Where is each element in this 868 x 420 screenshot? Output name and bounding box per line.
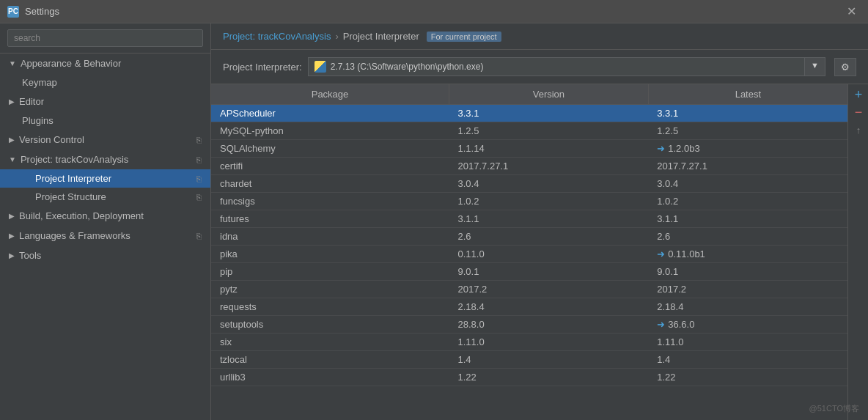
sidebar-item-tools[interactable]: Tools bbox=[0, 246, 210, 265]
close-button[interactable]: ✕ bbox=[842, 3, 861, 20]
package-version: 2017.2 bbox=[449, 281, 649, 298]
sidebar-item-label: Plugins bbox=[22, 115, 54, 126]
sidebar-item-project-interpreter[interactable]: Project Interpreter ⎘ bbox=[0, 169, 210, 188]
add-package-button[interactable]: + bbox=[851, 87, 866, 102]
package-latest: ➜1.2.0b3 bbox=[648, 140, 847, 158]
table-row[interactable]: pika0.11.0➜0.11.0b1 bbox=[211, 246, 847, 263]
arrow-right-icon bbox=[9, 97, 15, 106]
sidebar-item-appearance[interactable]: Appearance & Behavior bbox=[0, 54, 210, 73]
table-row[interactable]: funcsigs1.0.21.0.2 bbox=[211, 193, 847, 210]
sidebar-item-label: Project Interpreter bbox=[35, 173, 111, 184]
package-version: 3.3.1 bbox=[449, 105, 649, 122]
arrow-down-icon bbox=[9, 59, 16, 67]
remove-package-button[interactable]: − bbox=[851, 105, 866, 119]
package-name: chardet bbox=[211, 175, 449, 193]
package-name: pip bbox=[211, 263, 449, 281]
package-latest: 1.22 bbox=[648, 369, 847, 386]
table-row[interactable]: tzlocal1.41.4 bbox=[211, 351, 847, 369]
package-name: pika bbox=[211, 246, 449, 263]
table-row[interactable]: setuptools28.8.0➜36.6.0 bbox=[211, 316, 847, 334]
table-row[interactable]: SQLAlchemy1.1.14➜1.2.0b3 bbox=[211, 140, 847, 158]
upgrade-package-button[interactable]: ↑ bbox=[851, 122, 866, 137]
copy-icon: ⎘ bbox=[196, 193, 202, 202]
sidebar-item-label: Build, Execution, Deployment bbox=[19, 210, 144, 221]
titlebar-left: PC Settings bbox=[7, 6, 59, 18]
interpreter-select-container: 2.7.13 (C:\Software\python\python.exe) ▼ bbox=[308, 57, 825, 76]
package-version: 1.22 bbox=[449, 369, 649, 386]
main-container: Appearance & Behavior Keymap Editor Plug… bbox=[0, 23, 868, 420]
table-row[interactable]: idna2.62.6 bbox=[211, 228, 847, 246]
window-title: Settings bbox=[25, 6, 59, 17]
table-row[interactable]: requests2.18.42.18.4 bbox=[211, 298, 847, 316]
package-latest: 3.3.1 bbox=[648, 105, 847, 122]
package-version: 28.8.0 bbox=[449, 316, 649, 334]
arrow-right-icon bbox=[9, 232, 15, 240]
package-latest: 2.6 bbox=[648, 228, 847, 246]
sidebar-item-build[interactable]: Build, Execution, Deployment bbox=[0, 206, 210, 226]
sidebar: Appearance & Behavior Keymap Editor Plug… bbox=[0, 23, 211, 420]
python-icon bbox=[315, 61, 326, 73]
sidebar-item-languages[interactable]: Languages & Frameworks ⎘ bbox=[0, 226, 210, 246]
package-latest: 1.11.0 bbox=[648, 334, 847, 351]
package-name: APScheduler bbox=[211, 105, 449, 122]
package-latest: 3.1.1 bbox=[648, 210, 847, 228]
arrow-right-icon bbox=[9, 212, 15, 220]
arrow-right-icon bbox=[9, 136, 15, 144]
breadcrumb-project-link[interactable]: Project: trackCovAnalysis bbox=[223, 31, 331, 42]
sidebar-item-version-control[interactable]: Version Control ⎘ bbox=[0, 130, 210, 150]
package-version: 9.0.1 bbox=[449, 263, 649, 281]
package-version: 2.18.4 bbox=[449, 298, 649, 316]
sidebar-item-label: Languages & Frameworks bbox=[19, 230, 130, 241]
package-latest: 1.2.5 bbox=[648, 122, 847, 140]
table-row[interactable]: MySQL-python1.2.51.2.5 bbox=[211, 122, 847, 140]
table-row[interactable]: six1.11.01.11.0 bbox=[211, 334, 847, 351]
search-input[interactable] bbox=[7, 29, 203, 47]
sidebar-item-label: Project Structure bbox=[35, 191, 106, 202]
table-row[interactable]: futures3.1.13.1.1 bbox=[211, 210, 847, 228]
package-version: 0.11.0 bbox=[449, 246, 649, 263]
sidebar-item-label: Version Control bbox=[19, 134, 84, 145]
titlebar: PC Settings ✕ bbox=[0, 0, 868, 23]
package-name: SQLAlchemy bbox=[211, 140, 449, 158]
sidebar-item-project-structure[interactable]: Project Structure ⎘ bbox=[0, 188, 210, 206]
breadcrumb-tag: For current project bbox=[427, 32, 501, 42]
sidebar-item-project[interactable]: Project: trackCovAnalysis ⎘ bbox=[0, 150, 210, 169]
col-latest: Latest bbox=[648, 84, 847, 105]
package-name: futures bbox=[211, 210, 449, 228]
upgrade-arrow-icon: ➜ bbox=[657, 248, 665, 259]
package-table-scroll[interactable]: Package Version Latest APScheduler3.3.13… bbox=[211, 84, 847, 420]
package-version: 2.6 bbox=[449, 228, 649, 246]
package-latest: 1.4 bbox=[648, 351, 847, 369]
package-latest: 1.0.2 bbox=[648, 193, 847, 210]
package-latest: 9.0.1 bbox=[648, 263, 847, 281]
table-row[interactable]: pip9.0.19.0.1 bbox=[211, 263, 847, 281]
interpreter-dropdown-button[interactable]: ▼ bbox=[804, 57, 825, 76]
app-icon: PC bbox=[7, 6, 19, 18]
copy-icon: ⎘ bbox=[196, 174, 202, 183]
package-name: urllib3 bbox=[211, 369, 449, 386]
interpreter-row: Project Interpreter: 2.7.13 (C:\Software… bbox=[211, 50, 868, 84]
arrow-right-icon bbox=[9, 251, 15, 259]
sidebar-item-label: Tools bbox=[19, 250, 41, 261]
sidebar-item-keymap[interactable]: Keymap bbox=[0, 73, 210, 92]
table-row[interactable]: urllib31.221.22 bbox=[211, 369, 847, 386]
interpreter-settings-button[interactable]: ⚙ bbox=[834, 58, 856, 76]
package-version: 1.1.14 bbox=[449, 140, 649, 158]
breadcrumb: Project: trackCovAnalysis › Project Inte… bbox=[211, 23, 868, 50]
package-name: requests bbox=[211, 298, 449, 316]
search-box bbox=[0, 23, 210, 54]
sidebar-item-editor[interactable]: Editor bbox=[0, 92, 210, 111]
package-table-wrapper: Package Version Latest APScheduler3.3.13… bbox=[211, 84, 868, 420]
package-latest: 2017.2 bbox=[648, 281, 847, 298]
sidebar-item-plugins[interactable]: Plugins bbox=[0, 111, 210, 130]
package-version: 1.0.2 bbox=[449, 193, 649, 210]
package-latest: ➜36.6.0 bbox=[648, 316, 847, 334]
package-name: pytz bbox=[211, 281, 449, 298]
package-latest: 2017.7.27.1 bbox=[648, 158, 847, 175]
interpreter-select[interactable]: 2.7.13 (C:\Software\python\python.exe) bbox=[308, 57, 804, 76]
table-row[interactable]: certifi2017.7.27.12017.7.27.1 bbox=[211, 158, 847, 175]
package-latest: ➜0.11.0b1 bbox=[648, 246, 847, 263]
table-row[interactable]: chardet3.0.43.0.4 bbox=[211, 175, 847, 193]
table-row[interactable]: APScheduler3.3.13.3.1 bbox=[211, 105, 847, 122]
table-row[interactable]: pytz2017.22017.2 bbox=[211, 281, 847, 298]
